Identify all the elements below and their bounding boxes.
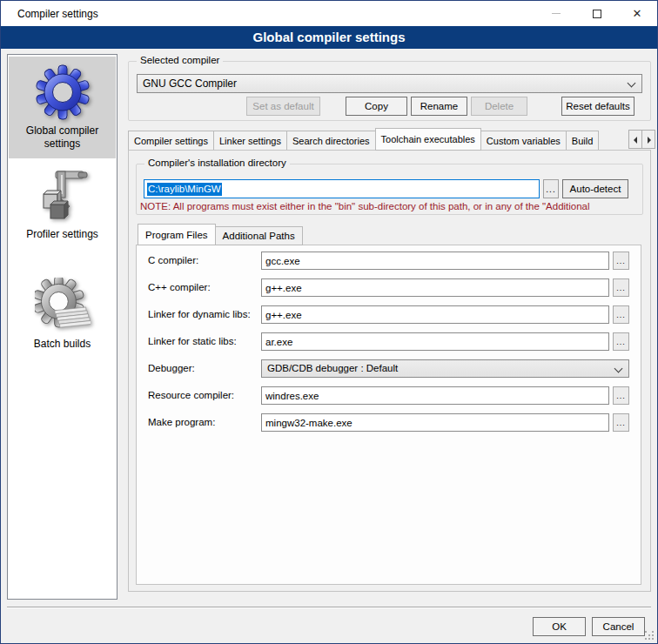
browse-install-dir-button[interactable]: ... <box>543 179 559 198</box>
subtab-additional-paths[interactable]: Additional Paths <box>215 226 303 245</box>
set-as-default-button[interactable]: Set as default <box>246 97 320 116</box>
make-program-browse-button[interactable]: ... <box>613 413 629 432</box>
resize-grip[interactable] <box>645 631 655 641</box>
sidebar-item-label: Batch builds <box>10 338 114 351</box>
close-icon: ✕ <box>633 8 642 19</box>
resource-compiler-browse-button[interactable]: ... <box>613 386 629 405</box>
tab-custom-variables[interactable]: Custom variables <box>480 131 567 151</box>
minimize-icon <box>552 13 561 14</box>
delete-button[interactable]: Delete <box>471 97 527 116</box>
blue-gear-icon <box>35 64 91 120</box>
resource-compiler-input[interactable] <box>261 386 609 405</box>
gray-gear-stack-icon <box>35 278 91 333</box>
c-compiler-browse-button[interactable]: ... <box>613 252 629 270</box>
install-dir-input[interactable]: C:\raylib\MinGW <box>144 179 540 198</box>
titlebar: Compiler settings ✕ <box>1 1 657 26</box>
debugger-select[interactable]: GDB/CDB debugger : Default <box>261 359 629 378</box>
reset-defaults-button[interactable]: Reset defaults <box>561 97 634 116</box>
settings-tabstrip: Compiler settings Linker settings Search… <box>128 128 628 151</box>
compiler-select-value: GNU GCC Compiler <box>138 75 641 92</box>
install-dir-selected-text: C:\raylib\MinGW <box>147 183 222 196</box>
tab-scroll-arrows <box>628 130 656 149</box>
c-compiler-input[interactable] <box>261 252 609 270</box>
footer-separator <box>7 607 651 608</box>
linker-dynamic-label: Linker for dynamic libs: <box>148 305 251 324</box>
selected-compiler-group-label: Selected compiler <box>137 55 223 65</box>
toolchain-subtabstrip: Program Files Additional Paths <box>138 224 302 245</box>
compiler-select[interactable]: GNU GCC Compiler <box>137 74 642 93</box>
arrow-left-icon <box>634 137 637 144</box>
linker-dynamic-input[interactable] <box>261 305 609 324</box>
window-title: Compiler settings <box>17 8 98 20</box>
sidebar-item-label: Global compiler settings <box>10 124 114 151</box>
arrow-right-icon <box>648 137 651 144</box>
tab-scroll-left-button[interactable] <box>628 130 642 149</box>
maximize-button[interactable] <box>577 1 617 26</box>
cancel-button[interactable]: Cancel <box>592 617 645 636</box>
copy-button[interactable]: Copy <box>346 97 407 116</box>
cpp-compiler-input[interactable] <box>261 278 609 297</box>
make-program-input[interactable] <box>261 413 609 432</box>
subtab-program-files[interactable]: Program Files <box>138 224 216 245</box>
tab-toolchain-executables[interactable]: Toolchain executables <box>375 128 481 151</box>
cpp-compiler-browse-button[interactable]: ... <box>613 278 629 297</box>
maximize-icon <box>593 10 601 18</box>
linker-static-browse-button[interactable]: ... <box>613 332 629 351</box>
rename-button[interactable]: Rename <box>411 97 467 116</box>
installation-directory-group-label: Compiler's installation directory <box>144 158 290 168</box>
c-compiler-label: C compiler: <box>148 252 198 270</box>
close-button[interactable]: ✕ <box>617 1 657 26</box>
linker-dynamic-browse-button[interactable]: ... <box>613 305 629 324</box>
caliper-icon <box>35 168 91 224</box>
cpp-compiler-label: C++ compiler: <box>148 278 211 297</box>
minimize-button[interactable] <box>536 1 576 26</box>
sidebar-item-profiler-settings[interactable]: Profiler settings <box>9 160 116 249</box>
install-dir-note: NOTE: All programs must exist either in … <box>140 201 648 211</box>
ok-button[interactable]: OK <box>533 617 586 636</box>
resource-compiler-label: Resource compiler: <box>148 386 234 405</box>
linker-static-input[interactable] <box>261 332 609 351</box>
debugger-label: Debugger: <box>148 359 195 378</box>
settings-category-list: Global compiler settings Profiler settin… <box>7 54 118 600</box>
sidebar-item-label: Profiler settings <box>10 228 114 241</box>
linker-static-label: Linker for static libs: <box>148 332 237 351</box>
tab-search-directories[interactable]: Search directories <box>286 131 376 151</box>
sidebar-item-global-compiler-settings[interactable]: Global compiler settings <box>9 57 116 158</box>
debugger-select-value: GDB/CDB debugger : Default <box>262 360 628 377</box>
tab-compiler-settings[interactable]: Compiler settings <box>128 131 214 151</box>
tab-linker-settings[interactable]: Linker settings <box>213 131 287 151</box>
page-title: Global compiler settings <box>1 26 657 49</box>
tab-build[interactable]: Build <box>566 131 599 151</box>
tab-scroll-right-button[interactable] <box>641 130 655 149</box>
sidebar-item-batch-builds[interactable]: Batch builds <box>9 270 116 359</box>
autodetect-button[interactable]: Auto-detect <box>562 179 628 198</box>
make-program-label: Make program: <box>148 413 215 432</box>
